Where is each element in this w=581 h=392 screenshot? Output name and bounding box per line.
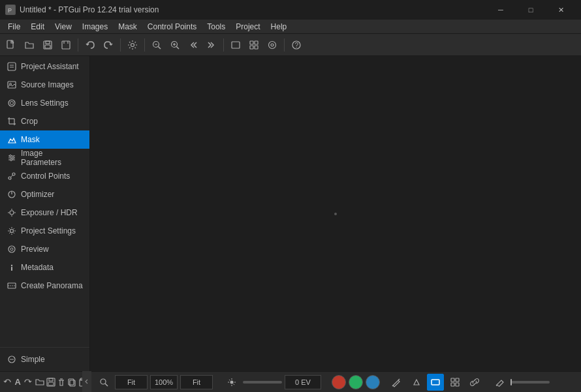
menu-project[interactable]: Project (230, 20, 265, 34)
sidebar-item-optimizer[interactable]: Optimizer (0, 185, 89, 204)
svg-point-32 (10, 102, 14, 105)
slider-thumb (510, 379, 512, 385)
sidebar: Project Assistant Source Images Lens Set… (0, 56, 90, 371)
sidebar-item-source-images[interactable]: Source Images (0, 76, 89, 94)
rect-tool-button[interactable] (427, 374, 444, 391)
svg-rect-82 (456, 378, 459, 382)
open-folder-button[interactable] (35, 374, 44, 391)
red-circle-button[interactable] (332, 375, 346, 389)
save-as-button[interactable] (57, 37, 74, 53)
ev-value[interactable]: 0 EV (285, 375, 321, 389)
canvas-area[interactable] (90, 56, 581, 371)
eraser-slider[interactable] (510, 381, 550, 384)
toolbar-sep-1 (78, 38, 78, 52)
title-text: Untitled * - PTGui Pro 12.24 trial versi… (20, 5, 159, 14)
green-circle-button[interactable] (349, 375, 363, 389)
svg-line-16 (177, 46, 180, 49)
svg-rect-21 (255, 46, 258, 49)
save-button[interactable] (39, 37, 56, 53)
svg-point-43 (8, 177, 11, 179)
svg-point-71 (230, 380, 234, 384)
menu-control-points[interactable]: Control Points (142, 20, 202, 34)
close-button[interactable]: ✕ (546, 0, 576, 20)
title-buttons: ─ □ ✕ (486, 0, 576, 20)
sidebar-item-preview[interactable]: Preview (0, 240, 89, 258)
zoom-percent[interactable]: 100% (150, 375, 178, 389)
view-single-button[interactable] (227, 37, 244, 53)
rotate-cw-button[interactable] (24, 374, 33, 391)
link-tool-button[interactable] (466, 374, 483, 391)
brightness-icon (223, 374, 240, 391)
sidebar-item-crop[interactable]: Crop (0, 112, 89, 130)
control-points-icon (7, 171, 17, 181)
delete-button[interactable] (57, 374, 66, 391)
blue-circle-button[interactable] (366, 375, 380, 389)
sidebar-item-project-settings[interactable]: Project Settings (0, 222, 89, 240)
help-icon-button[interactable]: ? (288, 37, 305, 53)
copy-button[interactable] (67, 374, 76, 391)
sidebar-label-metadata: Metadata (21, 263, 54, 272)
sidebar-label-lens-settings: Lens Settings (21, 98, 69, 108)
svg-point-53 (8, 246, 15, 252)
sidebar-label-preview: Preview (21, 245, 49, 254)
fit-button-1[interactable]: Fit (115, 375, 148, 389)
zoom-out-button[interactable] (148, 37, 165, 53)
menu-edit[interactable]: Edit (25, 20, 50, 34)
brightness-slider[interactable] (243, 381, 282, 384)
view-circle-button[interactable] (264, 37, 281, 53)
undo-button[interactable] (82, 37, 99, 53)
next-image-button[interactable] (203, 37, 220, 53)
title-bar: P Untitled * - PTGui Pro 12.24 trial ver… (0, 0, 581, 20)
fit-button-2[interactable]: Fit (180, 375, 213, 389)
sidebar-item-metadata[interactable]: Metadata (0, 258, 89, 277)
minimize-button[interactable]: ─ (486, 0, 516, 20)
svg-line-77 (234, 384, 234, 384)
menu-bar: File Edit View Images Mask Control Point… (0, 20, 581, 34)
sidebar-item-project-assistant[interactable]: Project Assistant (0, 57, 89, 76)
menu-images[interactable]: Images (77, 20, 113, 34)
sidebar-collapse-arrow[interactable] (82, 371, 91, 392)
eraser-button[interactable] (491, 374, 508, 391)
sidebar-item-control-points[interactable]: Control Points (0, 167, 89, 185)
svg-point-47 (10, 211, 14, 215)
brightness-slider-container (243, 381, 282, 384)
fill-tool-button[interactable] (407, 374, 424, 391)
sidebar-item-simple[interactable]: Simple (0, 350, 89, 369)
svg-rect-83 (451, 383, 454, 386)
svg-point-23 (271, 44, 274, 46)
zoom-in-button[interactable] (166, 37, 183, 53)
menu-tools[interactable]: Tools (202, 20, 230, 34)
menu-view[interactable]: View (50, 20, 77, 34)
new-button[interactable] (3, 37, 20, 53)
prev-image-button[interactable] (185, 37, 202, 53)
sidebar-item-lens-settings[interactable]: Lens Settings (0, 94, 89, 112)
text-button[interactable]: A (13, 374, 22, 391)
menu-mask[interactable]: Mask (113, 20, 142, 34)
view-grid-button[interactable] (245, 37, 262, 53)
menu-file[interactable]: File (3, 20, 25, 34)
svg-point-22 (269, 41, 276, 48)
toolbar-sep-2 (120, 38, 121, 52)
rotate-ccw-button[interactable] (3, 374, 12, 391)
sidebar-item-mask[interactable]: Mask (0, 130, 89, 149)
menu-help[interactable]: Help (266, 20, 292, 34)
redo-button[interactable] (100, 37, 117, 53)
pencil-tool-button[interactable] (388, 374, 405, 391)
image-parameters-icon (7, 153, 17, 163)
metadata-icon (7, 262, 17, 273)
sidebar-item-image-parameters[interactable]: Image Parameters (0, 149, 89, 167)
svg-text:?: ? (295, 42, 299, 49)
create-panorama-icon (7, 280, 17, 291)
svg-point-41 (12, 157, 14, 159)
sidebar-item-create-panorama[interactable]: Create Panorama (0, 277, 89, 295)
svg-rect-20 (250, 46, 253, 49)
maximize-button[interactable]: □ (516, 0, 546, 20)
settings-button[interactable] (124, 37, 141, 53)
svg-line-78 (398, 379, 400, 380)
grid-tool-button[interactable] (447, 374, 463, 391)
svg-point-9 (131, 43, 134, 46)
svg-point-31 (8, 100, 15, 106)
sidebar-item-exposure-hdr[interactable]: Exposure / HDR (0, 204, 89, 222)
open-button[interactable] (21, 37, 38, 53)
save-bottom-button[interactable] (46, 374, 55, 391)
